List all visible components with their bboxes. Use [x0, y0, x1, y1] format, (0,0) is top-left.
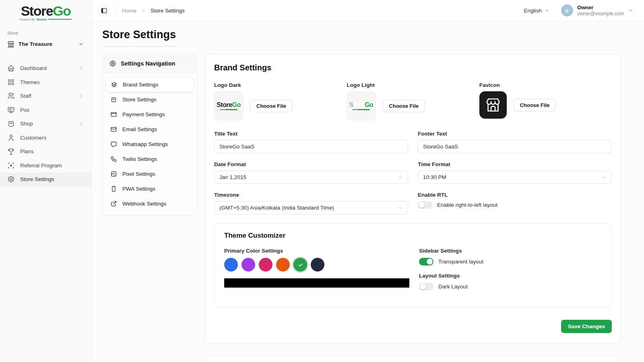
date-format-field: Date Format Jan 1,2015	[214, 161, 408, 184]
settings-navigation-title: Settings Navigation	[121, 60, 175, 67]
settings-nav-label: Brand Settings	[123, 82, 159, 88]
sidebar-toggle-button[interactable]	[98, 5, 109, 16]
color-swatch-green[interactable]	[293, 258, 307, 272]
store-switcher-section: Store The Treasure	[0, 25, 91, 53]
powered-by: Powered By Workdo	[0, 18, 91, 21]
toggle-knob	[427, 259, 433, 265]
theme-customizer-grid: Primary Color Settings	[224, 248, 602, 298]
sidebar-item-themes[interactable]: Themes	[0, 75, 91, 89]
store-settings-section-row: Store Settings Store Logo Invoice Logo	[102, 356, 621, 362]
store-settings-card: Store Settings Store Logo Invoice Logo	[205, 356, 621, 362]
color-swatch-orange[interactable]	[276, 258, 290, 272]
date-format-select[interactable]: Jan 1,2015	[214, 171, 408, 184]
settings-navigation-header: Settings Navigation	[103, 54, 197, 73]
color-swatch-pink[interactable]	[259, 258, 272, 272]
dark-layout-label: Dark Layout	[438, 284, 468, 290]
save-changes-button[interactable]: Save Changes	[561, 320, 612, 333]
mail-icon	[110, 126, 117, 133]
title-text-label: Title Text	[214, 131, 408, 137]
user-name: Owner	[577, 4, 624, 11]
toggle-knob	[419, 202, 425, 208]
sidebar-item-referral-program[interactable]: Referral Program	[0, 158, 91, 173]
breadcrumb: Home Store Settings	[122, 8, 185, 14]
main-area: Store Settings Settings Navigation Brand…	[92, 21, 644, 362]
settings-nav-payment-settings[interactable]: Payment Settings	[106, 107, 194, 122]
timezone-select[interactable]: (GMT+5:30) Asia/Kolkata (India Standard …	[214, 201, 408, 214]
sidebar-item-label: Themes	[20, 79, 40, 85]
logo-dark-choose-file-button[interactable]: Choose File	[250, 100, 293, 112]
store-name: The Treasure	[19, 41, 52, 47]
breadcrumb-current: Store Settings	[151, 8, 185, 14]
footer-text-input[interactable]	[418, 140, 612, 153]
settings-nav-store-settings[interactable]: Store Settings	[106, 92, 194, 107]
color-swatch-navy[interactable]	[311, 258, 324, 272]
sidebar-item-customers[interactable]: Customers	[0, 131, 91, 145]
settings-nav-label: Store Settings	[122, 97, 157, 103]
language-selector[interactable]: English	[524, 8, 549, 14]
time-format-value: 10:30 PM	[423, 174, 446, 180]
settings-navigation-card: Settings Navigation Brand Settings Store…	[102, 54, 197, 216]
logo-part-go: Go	[53, 3, 70, 19]
sidebar-item-staff[interactable]: Staff	[0, 89, 91, 103]
panel-toggle-icon	[101, 7, 107, 14]
users-icon	[7, 92, 15, 100]
color-swatch-blue[interactable]	[224, 258, 238, 272]
sidebar-item-store-settings[interactable]: Store Settings	[0, 173, 91, 187]
sidebar-menu: Dashboard Themes Staff Pos Shop	[0, 53, 91, 187]
enable-rtl-toggle[interactable]	[418, 201, 432, 209]
trophy-icon	[7, 148, 15, 155]
sidebar-item-dashboard[interactable]: Dashboard	[0, 62, 91, 76]
settings-nav-whatsapp-settings[interactable]: Whatsapp Settings	[106, 137, 194, 152]
settings-nav-pwa-settings[interactable]: PWA Settings	[106, 181, 194, 196]
chevron-right-icon	[78, 66, 84, 71]
settings-navigation-list: Brand Settings Store Settings Payment Se…	[103, 73, 197, 215]
breadcrumb-home-link[interactable]: Home	[122, 8, 136, 14]
title-text-input[interactable]	[214, 140, 408, 153]
topbar: Home Store Settings English Owner owner@…	[92, 0, 644, 21]
brand-settings-card: Brand Settings Logo Dark StoreGo Choose …	[205, 54, 621, 344]
primary-color-section: Primary Color Settings	[224, 248, 409, 298]
store-switcher[interactable]: The Treasure	[7, 35, 84, 52]
settings-nav-pixel-settings[interactable]: Pixel Settings	[106, 167, 194, 181]
logo-light-choose-file-button[interactable]: Choose File	[382, 100, 425, 112]
shopping-bag-icon	[110, 96, 117, 103]
app-logo-text: StoreGo	[0, 4, 91, 19]
enable-rtl-label: Enable RTL	[418, 192, 612, 198]
chevron-right-icon	[141, 8, 146, 13]
settings-nav-email-settings[interactable]: Email Settings	[106, 122, 194, 137]
logo-dark-powered-line	[220, 109, 237, 110]
user-icon	[7, 134, 15, 142]
logo-light-image: StoreGo	[349, 102, 374, 108]
save-row: Save Changes	[214, 320, 612, 333]
settings-nav-webhook-settings[interactable]: Webhook Settings	[106, 196, 194, 211]
check-icon	[297, 262, 303, 268]
home-icon	[7, 64, 15, 72]
layout-settings-group: Layout Settings Dark Layout	[419, 273, 602, 290]
sidebar-item-label: Store Settings	[20, 176, 54, 182]
dark-layout-toggle[interactable]	[419, 283, 433, 290]
chevron-down-icon	[544, 8, 550, 13]
logo-dark-label: Logo Dark	[214, 82, 347, 88]
footer-text-field: Footer Text	[418, 131, 612, 153]
settings-nav-label: PWA Settings	[122, 186, 155, 192]
content-column: Home Store Settings English Owner owner@…	[92, 0, 644, 362]
sidebar-item-plans[interactable]: Plans	[0, 145, 91, 159]
color-swatch-purple[interactable]	[242, 258, 255, 272]
page-title: Store Settings	[102, 29, 176, 47]
referral-icon	[7, 162, 15, 169]
logo-dark-field: Logo Dark StoreGo Choose File	[214, 82, 347, 120]
timezone-label: Timezone	[214, 192, 408, 198]
layout-toggles-section: Sidebar Settings Transparent layout Layo…	[419, 248, 602, 298]
transparent-layout-toggle[interactable]	[419, 258, 433, 265]
time-format-select[interactable]: 10:30 PM	[418, 171, 612, 184]
user-menu[interactable]: Owner owner@example.com	[561, 4, 634, 16]
settings-nav-twilio-settings[interactable]: Twilio Settings	[106, 152, 194, 167]
enable-rtl-row: Enable right-to-left layout	[418, 201, 612, 209]
favicon-choose-file-button[interactable]: Choose File	[514, 99, 556, 111]
settings-nav-brand-settings[interactable]: Brand Settings	[106, 77, 194, 92]
chevron-right-icon	[78, 121, 84, 127]
sidebar-item-pos[interactable]: Pos	[0, 103, 91, 117]
sidebar-item-shop[interactable]: Shop	[0, 117, 91, 131]
enable-rtl-field: Enable RTL Enable right-to-left layout	[418, 192, 612, 214]
mobile-icon	[110, 185, 117, 192]
